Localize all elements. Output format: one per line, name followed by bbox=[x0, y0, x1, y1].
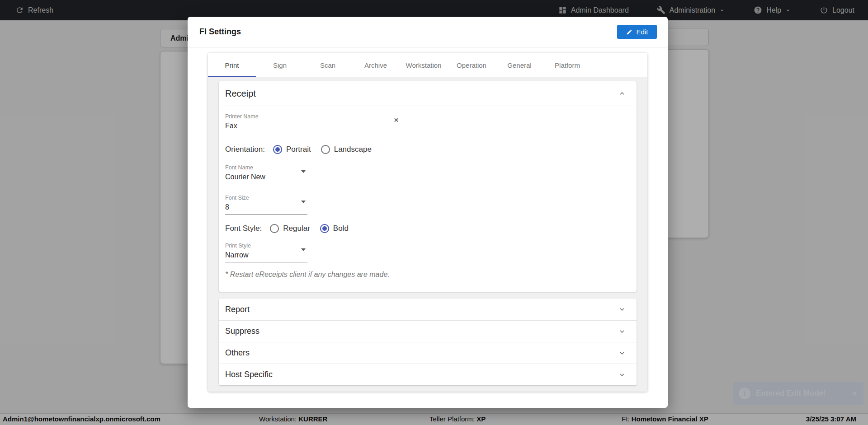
section-others-title: Others bbox=[225, 348, 250, 358]
printer-name-field[interactable]: Printer Name Fax × bbox=[225, 113, 401, 133]
receipt-section-body: Printer Name Fax × Orientation: Portrait… bbox=[219, 106, 637, 279]
font-name-label: Font Name bbox=[225, 164, 307, 171]
orientation-label: Orientation: bbox=[225, 145, 265, 154]
tab-archive-label: Archive bbox=[364, 61, 387, 69]
radio-regular[interactable]: Regular bbox=[270, 224, 310, 233]
dialog-title: FI Settings bbox=[199, 27, 241, 37]
section-report[interactable]: Report bbox=[219, 299, 637, 320]
receipt-section-title: Receipt bbox=[225, 89, 256, 99]
font-size-label: Font Size bbox=[225, 195, 307, 201]
edit-button[interactable]: Edit bbox=[617, 25, 657, 39]
chevron-up-icon[interactable] bbox=[618, 90, 626, 97]
restart-note: * Restart eReceipts client if any change… bbox=[225, 271, 630, 279]
chevron-down-icon bbox=[618, 328, 626, 335]
radio-portrait[interactable]: Portrait bbox=[273, 145, 311, 154]
edit-button-label: Edit bbox=[637, 28, 648, 36]
receipt-section-header[interactable]: Receipt bbox=[219, 81, 637, 106]
tab-scan[interactable]: Scan bbox=[304, 53, 352, 77]
print-style-value: Narrow bbox=[225, 249, 307, 262]
printer-name-value[interactable]: Fax bbox=[225, 120, 401, 133]
chevron-down-icon bbox=[618, 350, 626, 357]
print-style-select[interactable]: Print Style Narrow bbox=[225, 243, 307, 262]
radio-bold[interactable]: Bold bbox=[320, 224, 349, 233]
tab-operation[interactable]: Operation bbox=[448, 53, 495, 77]
section-others[interactable]: Others bbox=[219, 342, 637, 364]
tab-general-label: General bbox=[507, 61, 531, 69]
radio-landscape-label: Landscape bbox=[334, 145, 372, 154]
section-suppress[interactable]: Suppress bbox=[219, 320, 637, 342]
font-style-radio-group: Font Style: Regular Bold bbox=[225, 224, 630, 233]
radio-circle bbox=[270, 224, 279, 233]
radio-circle bbox=[273, 145, 282, 154]
radio-portrait-label: Portrait bbox=[286, 145, 311, 154]
radio-circle bbox=[321, 145, 330, 154]
tab-sign-label: Sign bbox=[273, 61, 287, 69]
printer-name-label: Printer Name bbox=[225, 113, 401, 120]
tab-archive[interactable]: Archive bbox=[352, 53, 400, 77]
dropdown-caret-icon bbox=[301, 170, 306, 173]
font-style-label: Font Style: bbox=[225, 224, 262, 233]
receipt-section: Receipt Printer Name Fax × Orientation: bbox=[219, 81, 637, 292]
tab-scan-label: Scan bbox=[320, 61, 335, 69]
tab-platform-label: Platform bbox=[555, 61, 580, 69]
clear-icon[interactable]: × bbox=[394, 115, 399, 125]
radio-bold-label: Bold bbox=[333, 224, 349, 233]
dialog-header: FI Settings Edit bbox=[188, 17, 668, 47]
radio-regular-label: Regular bbox=[283, 224, 310, 233]
tab-print[interactable]: Print bbox=[208, 53, 256, 77]
radio-circle bbox=[320, 224, 329, 233]
print-tab-content: Receipt Printer Name Fax × Orientation: bbox=[208, 77, 647, 392]
print-style-label: Print Style bbox=[225, 243, 307, 249]
fi-settings-dialog: FI Settings Edit Print Sign Scan Archive… bbox=[188, 17, 668, 408]
settings-tabbar: Print Sign Scan Archive Workstation Oper… bbox=[208, 53, 647, 77]
settings-card: Print Sign Scan Archive Workstation Oper… bbox=[208, 53, 647, 392]
dropdown-caret-icon bbox=[301, 248, 306, 251]
tab-workstation-label: Workstation bbox=[406, 61, 442, 69]
tab-operation-label: Operation bbox=[457, 61, 486, 69]
font-name-select[interactable]: Font Name Courier New bbox=[225, 164, 307, 184]
radio-landscape[interactable]: Landscape bbox=[321, 145, 372, 154]
section-host-specific-title: Host Specific bbox=[225, 370, 273, 379]
tab-print-label: Print bbox=[225, 61, 239, 69]
font-size-value: 8 bbox=[225, 201, 307, 215]
tab-workstation[interactable]: Workstation bbox=[400, 53, 448, 77]
font-size-select[interactable]: Font Size 8 bbox=[225, 195, 307, 215]
section-host-specific[interactable]: Host Specific bbox=[219, 364, 637, 385]
dropdown-caret-icon bbox=[301, 201, 306, 203]
chevron-down-icon bbox=[618, 371, 626, 378]
orientation-radio-group: Orientation: Portrait Landscape bbox=[225, 145, 630, 154]
section-suppress-title: Suppress bbox=[225, 327, 259, 336]
tab-general[interactable]: General bbox=[495, 53, 543, 77]
pencil-icon bbox=[626, 29, 632, 35]
tab-platform[interactable]: Platform bbox=[543, 53, 591, 77]
font-name-value: Courier New bbox=[225, 171, 307, 184]
collapsed-sections: Report Suppress Others Host Specific bbox=[219, 299, 637, 385]
chevron-down-icon bbox=[618, 306, 626, 313]
section-report-title: Report bbox=[225, 305, 250, 314]
tab-sign[interactable]: Sign bbox=[256, 53, 304, 77]
